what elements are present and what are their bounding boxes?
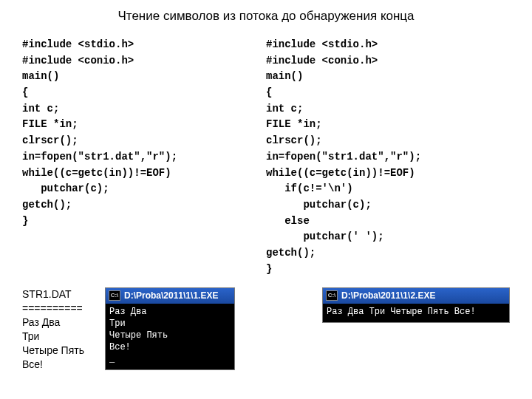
console-2-titlebar: C:\ D:\Proba\2011\1\2.EXE [323,288,509,303]
cmd-icon: C:\ [326,290,338,301]
slide-title: Чтение символов из потока до обнаружения… [0,9,532,24]
code-block-left: #include <stdio.h> #include <conio.h> ma… [22,37,266,229]
str1-dat-file-contents: STR1.DAT ========== Раз Два Три Четыре П… [22,287,95,371]
console-1-output: Раз Два Три Четыре Пять Все! _ [106,304,234,370]
console-1-titlebar: C:\ D:\Proba\2011\1\1.EXE [106,288,234,303]
cmd-icon: C:\ [109,290,120,301]
console-window-2: C:\ D:\Proba\2011\1\2.EXE Раз Два Три Че… [322,287,510,322]
console-window-1: C:\ D:\Proba\2011\1\1.EXE Раз Два Три Че… [105,287,235,370]
console-2-title: D:\Proba\2011\1\2.EXE [341,290,435,301]
console-1-title: D:\Proba\2011\1\1.EXE [124,290,218,301]
code-block-right: #include <stdio.h> #include <conio.h> ma… [266,37,510,277]
console-2-output: Раз Два Три Четыре Пять Все! [323,304,509,322]
